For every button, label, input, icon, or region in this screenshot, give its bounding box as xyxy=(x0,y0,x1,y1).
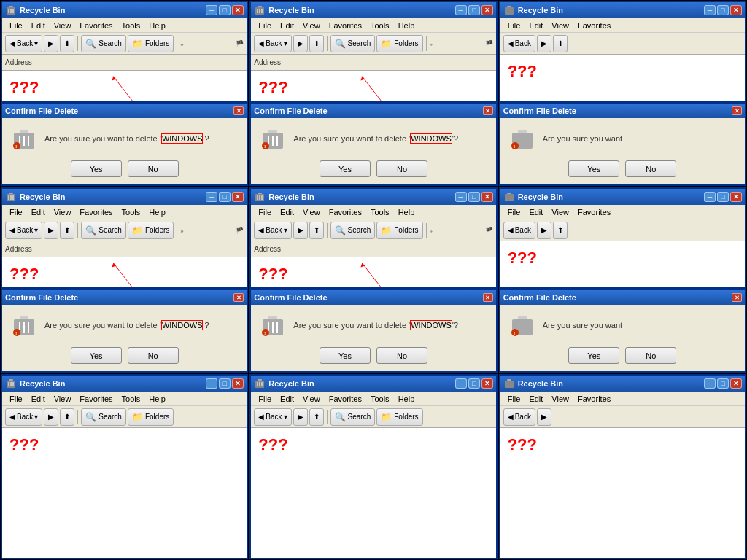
menu-view-5[interactable]: View xyxy=(298,206,325,218)
close-btn-3[interactable]: ✕ xyxy=(730,5,742,15)
menu-file-1[interactable]: File xyxy=(5,20,27,31)
forward-btn-4[interactable]: ▶ xyxy=(44,222,58,239)
menu-tools-5[interactable]: Tools xyxy=(366,206,394,218)
menu-view-8[interactable]: View xyxy=(298,393,325,405)
maximize-btn-4[interactable]: □ xyxy=(219,192,231,202)
menu-favorites-7[interactable]: Favorites xyxy=(75,393,117,405)
up-btn-7[interactable]: ⬆ xyxy=(60,408,74,426)
close-btn-2[interactable]: ✕ xyxy=(481,5,493,15)
menu-view-3[interactable]: View xyxy=(547,20,573,31)
maximize-btn-1[interactable]: □ xyxy=(219,5,231,15)
menu-view-1[interactable]: View xyxy=(50,20,76,31)
close-btn-8[interactable]: ✕ xyxy=(481,378,493,389)
menu-file-3[interactable]: File xyxy=(503,20,525,31)
maximize-btn-2[interactable]: □ xyxy=(468,5,480,15)
menu-help-7[interactable]: Help xyxy=(144,393,170,405)
minimize-btn-8[interactable]: ─ xyxy=(455,378,467,389)
menu-edit-5[interactable]: Edit xyxy=(276,206,298,218)
menu-help-4[interactable]: Help xyxy=(144,206,170,218)
dialog-close-btn-1[interactable]: ✕ xyxy=(233,106,244,115)
no-btn-2[interactable]: No xyxy=(376,160,427,177)
search-btn-2[interactable]: 🔍 Search xyxy=(330,35,376,52)
up-btn-6[interactable]: ⬆ xyxy=(553,222,568,239)
back-btn-6[interactable]: ◀ Back xyxy=(503,222,535,239)
menu-file-7[interactable]: File xyxy=(5,393,27,405)
minimize-btn-3[interactable]: ─ xyxy=(704,5,716,15)
menu-edit-7[interactable]: Edit xyxy=(27,393,50,405)
menu-view-7[interactable]: View xyxy=(50,393,76,405)
close-btn-9[interactable]: ✕ xyxy=(730,378,742,389)
dialog-close-btn-2[interactable]: ✕ xyxy=(483,106,493,115)
menu-file-9[interactable]: File xyxy=(503,393,525,405)
forward-btn-3[interactable]: ▶ xyxy=(537,35,551,52)
search-btn-1[interactable]: 🔍 Search xyxy=(81,35,126,52)
menu-edit-9[interactable]: Edit xyxy=(525,393,547,405)
minimize-btn-4[interactable]: ─ xyxy=(206,192,217,202)
menu-tools-8[interactable]: Tools xyxy=(366,393,394,405)
menu-edit-6[interactable]: Edit xyxy=(525,206,547,218)
menu-file-2[interactable]: File xyxy=(254,20,276,31)
menu-view-6[interactable]: View xyxy=(547,206,573,218)
menu-help-2[interactable]: Help xyxy=(394,20,419,31)
back-btn-5[interactable]: ◀ Back ▾ xyxy=(254,222,291,239)
yes-btn-4[interactable]: Yes xyxy=(71,347,122,364)
maximize-btn-6[interactable]: □ xyxy=(717,192,729,202)
folders-btn-4[interactable]: 📁 Folders xyxy=(128,222,174,239)
forward-btn-5[interactable]: ▶ xyxy=(293,222,308,239)
yes-btn-6[interactable]: Yes xyxy=(568,347,619,364)
search-btn-4[interactable]: 🔍 Search xyxy=(81,222,126,239)
minimize-btn-6[interactable]: ─ xyxy=(704,192,716,202)
maximize-btn-7[interactable]: □ xyxy=(219,378,231,389)
minimize-btn-2[interactable]: ─ xyxy=(455,5,467,15)
maximize-btn-9[interactable]: □ xyxy=(717,378,729,389)
menu-file-5[interactable]: File xyxy=(254,206,276,218)
yes-btn-2[interactable]: Yes xyxy=(320,160,371,177)
back-btn-3[interactable]: ◀ Back xyxy=(503,35,535,52)
back-btn-2[interactable]: ◀ Back ▾ xyxy=(254,35,291,52)
menu-file-6[interactable]: File xyxy=(503,206,525,218)
minimize-btn-5[interactable]: ─ xyxy=(455,192,467,202)
minimize-btn-7[interactable]: ─ xyxy=(206,378,217,389)
up-btn-3[interactable]: ⬆ xyxy=(553,35,568,52)
search-btn-5[interactable]: 🔍 Search xyxy=(330,222,376,239)
back-btn-8[interactable]: ◀ Back ▾ xyxy=(254,408,291,426)
menu-favorites-4[interactable]: Favorites xyxy=(75,206,117,218)
close-btn-6[interactable]: ✕ xyxy=(730,192,742,202)
yes-btn-5[interactable]: Yes xyxy=(320,347,371,364)
search-btn-8[interactable]: 🔍 Search xyxy=(330,408,376,426)
menu-edit-2[interactable]: Edit xyxy=(276,20,298,31)
maximize-btn-3[interactable]: □ xyxy=(717,5,729,15)
dialog-close-btn-6[interactable]: ✕ xyxy=(732,293,742,302)
dialog-close-btn-5[interactable]: ✕ xyxy=(483,293,493,302)
close-btn-1[interactable]: ✕ xyxy=(232,5,244,15)
up-btn-2[interactable]: ⬆ xyxy=(309,35,324,52)
folders-btn-5[interactable]: 📁 Folders xyxy=(376,222,422,239)
minimize-btn-1[interactable]: ─ xyxy=(206,5,217,15)
menu-favorites-2[interactable]: Favorites xyxy=(325,20,366,31)
forward-btn-2[interactable]: ▶ xyxy=(293,35,308,52)
close-btn-7[interactable]: ✕ xyxy=(232,378,244,389)
dialog-close-btn-3[interactable]: ✕ xyxy=(732,106,742,115)
menu-edit-8[interactable]: Edit xyxy=(276,393,298,405)
folders-btn-7[interactable]: 📁 Folders xyxy=(128,408,174,426)
no-btn-1[interactable]: No xyxy=(128,160,179,177)
back-btn-4[interactable]: ◀ Back ▾ xyxy=(5,222,42,239)
back-btn-7[interactable]: ◀ Back ▾ xyxy=(5,408,42,426)
dialog-close-btn-4[interactable]: ✕ xyxy=(233,293,244,302)
menu-edit-3[interactable]: Edit xyxy=(525,20,547,31)
search-btn-7[interactable]: 🔍 Search xyxy=(81,408,126,426)
menu-help-8[interactable]: Help xyxy=(394,393,419,405)
menu-favorites-5[interactable]: Favorites xyxy=(325,206,366,218)
up-btn-5[interactable]: ⬆ xyxy=(309,222,324,239)
back-btn-9[interactable]: ◀ Back xyxy=(503,408,535,426)
up-btn-8[interactable]: ⬆ xyxy=(309,408,324,426)
menu-view-9[interactable]: View xyxy=(547,393,573,405)
yes-btn-3[interactable]: Yes xyxy=(568,160,619,177)
close-btn-5[interactable]: ✕ xyxy=(481,192,493,202)
folders-btn-1[interactable]: 📁 Folders xyxy=(128,35,174,52)
no-btn-5[interactable]: No xyxy=(376,347,427,364)
menu-file-4[interactable]: File xyxy=(5,206,27,218)
menu-favorites-9[interactable]: Favorites xyxy=(573,393,615,405)
menu-edit-4[interactable]: Edit xyxy=(27,206,50,218)
up-btn-1[interactable]: ⬆ xyxy=(60,35,74,52)
